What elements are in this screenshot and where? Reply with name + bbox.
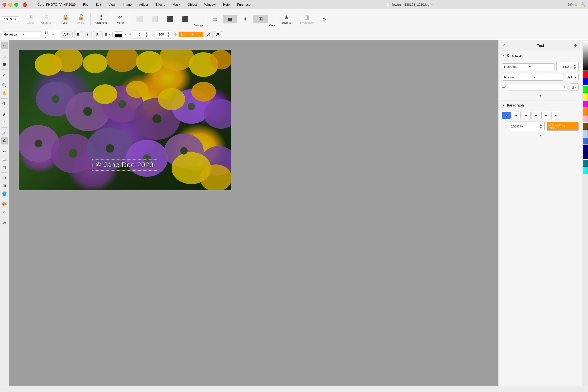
menu-adjust[interactable]: Adjust [138,2,150,7]
maximize-button[interactable] [14,3,18,7]
alignment-selector[interactable]: ☰ ▼ [102,32,113,37]
size-spinner[interactable]: ▲ ▼ [573,63,576,70]
angle-input[interactable]: 0 ▲ ▼ [133,30,150,38]
alignment-button[interactable]: ⣿ Alignment [93,13,109,25]
text-color-swatch[interactable] [114,31,123,38]
apple-logo-icon[interactable]: 🍎 [22,2,27,7]
panel-size-field[interactable]: 14.0 pt ▲ ▼ [556,62,579,71]
bottom-icon-button[interactable]: ⊘ [1,219,8,226]
zoom-tool-button[interactable]: 🔍 [1,82,8,89]
eyedropper-button[interactable]: 💉 [1,129,8,136]
panel-font-selector[interactable]: Helvetica ▼ [502,63,554,70]
menu-file[interactable]: File [82,2,90,7]
para-spacing-spinner[interactable]: ▲ ▼ [539,123,542,130]
soft-selector[interactable]: Soft ▼ [178,32,203,37]
panel-close-button[interactable]: ✕ [502,44,506,47]
size-down-icon[interactable]: ▼ [573,66,576,70]
align-justify-right-button[interactable]: ≡ [551,112,560,119]
lasso-button[interactable]: ⬟ [1,60,8,68]
color-yellow[interactable] [583,93,588,100]
view-btn-3[interactable]: ✦ [238,15,253,24]
line-spacing-down-icon[interactable]: ▼ [167,34,170,38]
menu-window[interactable]: Window [203,2,217,7]
kern-spinner[interactable]: ▲ ▼ [564,85,566,89]
angle-spinner[interactable]: ▲ ▼ [145,31,148,38]
menu-object[interactable]: Object [186,2,198,7]
menu-purchase[interactable]: Purchase [236,2,252,7]
rectangle-select-button[interactable]: ▭ [1,52,8,60]
select-tool-button[interactable]: ↖ [1,42,8,49]
angle-down-icon[interactable]: ▼ [145,34,148,38]
kern-field[interactable]: ▲ ▼ [508,84,568,90]
color-royal-blue[interactable] [583,138,588,144]
unlock-button[interactable]: 🔓 Unlock [74,13,88,25]
menu-edit[interactable]: Edit [94,2,102,7]
zoom-control[interactable]: 100% ▼ [2,16,19,22]
underline-button[interactable]: U [93,31,101,38]
italic-button[interactable]: I [84,31,92,38]
color-dropdown-arrow-icon[interactable]: ▼ [124,33,127,36]
snap-to-button[interactable]: ⊕ Snap To [279,13,294,25]
mirror-button[interactable]: ⇔ Mirror [113,13,128,25]
pan-button[interactable]: ✋ [1,90,8,97]
arrange-btn-2[interactable]: ⬜ [147,15,162,24]
panel-style-selector[interactable]: Normal ▼ [502,74,564,80]
line-spacing-field[interactable]: 100.0 % ▲ ▼ [509,122,544,131]
line-spacing-up-icon[interactable]: ▲ [167,31,170,34]
angle-up-icon[interactable]: ▲ [145,31,148,34]
smear-button[interactable]: 〰 [1,118,8,126]
spacing-unit-selector[interactable]: % of Char. heig... ▼ [546,122,579,131]
para-spacing-down-icon[interactable]: ▼ [539,126,542,130]
align-justify-left-button[interactable]: ≡ [532,112,540,119]
panel-action-button[interactable]: ⊕ [573,42,579,48]
color-pink[interactable] [583,116,588,122]
text-tool-button[interactable]: A [1,137,8,144]
crop-button[interactable]: ⊡ [1,174,8,182]
lock-button[interactable]: 🔒 Lock [58,13,73,25]
color-light-blue[interactable] [583,130,588,137]
view-btn-1[interactable]: ▭ [207,15,222,24]
arrange-btn-1[interactable]: ⬜ [132,15,147,24]
arrange-btn-4[interactable]: ⬛ [178,15,192,24]
menu-image[interactable]: Image [121,2,133,7]
align-right-button[interactable]: ≡ [522,112,530,119]
character-section-header[interactable]: ▼ Character [498,51,582,60]
eraser-button[interactable]: ◻ [1,164,8,171]
view-btn-2[interactable]: ◼ [223,15,238,24]
group-button[interactable]: ⊞ Group [23,13,38,25]
grayscale-strip[interactable] [583,41,588,70]
align-left-button[interactable]: ≡ [502,112,511,119]
color-green[interactable] [583,86,588,93]
color-dark-blue[interactable] [583,145,588,152]
arrange-btn-3[interactable]: ⬛ [162,15,177,24]
color-tool-button[interactable]: 🎨 [1,200,8,208]
view-btn-4[interactable]: ⊞ [253,15,268,24]
color-brown[interactable] [583,123,588,130]
color-teal[interactable] [583,160,588,167]
character-expand-button[interactable]: ▼ [539,94,542,98]
minimize-button[interactable] [8,3,12,7]
aa-button[interactable]: A A ▼ [62,32,73,38]
menu-help[interactable]: Help [222,2,231,7]
text-overlay[interactable]: © Jane Doe 2020 [92,159,157,170]
more-button[interactable]: » [317,15,332,24]
paragraph-expand-button[interactable]: ▼ [539,134,542,137]
menu-view[interactable]: View [107,2,117,7]
shape-button[interactable]: ▭ [1,156,8,163]
color-red[interactable] [583,71,588,78]
red-eye-button[interactable]: 👁 [1,100,8,108]
close-button[interactable] [2,3,6,7]
line-spacing-spinner[interactable]: ▲ ▼ [167,31,170,38]
brush-button[interactable]: 🖌 [1,111,8,118]
kern-down-icon[interactable]: ▼ [564,87,566,89]
color-magenta[interactable] [583,100,588,108]
invert-mask-button[interactable]: ◨ Invert Mask [298,13,316,25]
transform-button[interactable]: ⤢ [1,71,8,78]
menu-mask[interactable]: Mask [171,2,182,7]
text-bold-style-button[interactable]: 𝗔 [214,31,222,38]
line-spacing-input[interactable]: 100 ▲ ▼ [154,30,172,38]
paragraph-section-header[interactable]: ▼ Paragraph [498,101,582,110]
fill-button[interactable]: 🪣 [1,190,8,197]
canvas-area[interactable]: © Jane Doe 2020 [9,40,498,392]
bold-button[interactable]: B [74,31,82,38]
